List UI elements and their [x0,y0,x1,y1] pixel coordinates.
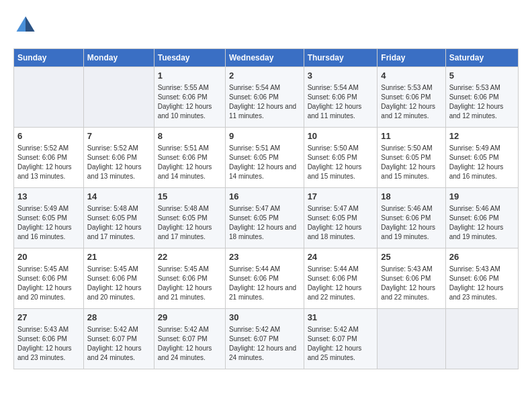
weekday-header-monday: Monday [83,49,154,67]
calendar-cell: 14Sunrise: 5:48 AMSunset: 6:05 PMDayligh… [83,188,154,248]
sunset-line: Sunset: 6:07 PM [158,334,222,344]
sunset-line: Sunset: 6:07 PM [229,334,300,344]
daylight-line: Daylight: 12 hours and 18 minutes. [229,223,300,242]
calendar-cell: 30Sunrise: 5:42 AMSunset: 6:07 PMDayligh… [225,309,304,369]
logo-icon [13,13,38,38]
calendar-cell: 23Sunrise: 5:44 AMSunset: 6:06 PMDayligh… [225,248,304,309]
sunrise-line: Sunrise: 5:47 AM [229,204,300,214]
calendar-cell: 19Sunrise: 5:46 AMSunset: 6:06 PMDayligh… [445,188,518,248]
sunrise-line: Sunrise: 5:42 AM [229,325,300,334]
sunset-line: Sunset: 6:06 PM [17,334,80,344]
calendar-table: SundayMondayTuesdayWednesdayThursdayFrid… [13,48,519,369]
day-number: 20 [17,251,80,263]
day-number: 24 [308,251,374,263]
daylight-line: Daylight: 12 hours and 19 minutes. [381,223,441,242]
calendar-cell: 4Sunrise: 5:53 AMSunset: 6:06 PMDaylight… [378,67,445,128]
sunrise-line: Sunrise: 5:42 AM [158,325,222,334]
day-number: 11 [381,130,441,142]
calendar-cell: 13Sunrise: 5:49 AMSunset: 6:05 PMDayligh… [14,188,84,248]
day-number: 10 [308,130,374,142]
day-number: 28 [87,312,150,324]
calendar-cell: 2Sunrise: 5:54 AMSunset: 6:06 PMDaylight… [225,67,304,128]
day-number: 22 [158,251,222,263]
sunrise-line: Sunrise: 5:49 AM [449,144,515,153]
sunrise-line: Sunrise: 5:45 AM [17,265,80,274]
day-number: 13 [17,191,80,203]
sunset-line: Sunset: 6:07 PM [308,334,374,344]
sunrise-line: Sunrise: 5:52 AM [17,144,80,153]
day-number: 17 [308,191,374,203]
calendar-cell: 20Sunrise: 5:45 AMSunset: 6:06 PMDayligh… [14,248,84,309]
weekday-header-thursday: Thursday [304,49,378,67]
daylight-line: Daylight: 12 hours and 17 minutes. [87,223,150,242]
week-row-2: 6Sunrise: 5:52 AMSunset: 6:06 PMDaylight… [14,128,519,188]
sunrise-line: Sunrise: 5:51 AM [229,144,300,153]
calendar-cell: 5Sunrise: 5:53 AMSunset: 6:06 PMDaylight… [445,67,518,128]
daylight-line: Daylight: 12 hours and 20 minutes. [87,283,150,302]
page-header [13,13,519,38]
day-number: 29 [158,312,222,324]
calendar-cell [14,67,84,128]
sunrise-line: Sunrise: 5:52 AM [87,144,150,153]
calendar-cell: 8Sunrise: 5:51 AMSunset: 6:06 PMDaylight… [154,128,225,188]
calendar-cell: 29Sunrise: 5:42 AMSunset: 6:07 PMDayligh… [154,309,225,369]
day-number: 14 [87,191,150,203]
day-number: 18 [381,191,441,203]
week-row-1: 1Sunrise: 5:55 AMSunset: 6:06 PMDaylight… [14,67,519,128]
calendar-cell: 17Sunrise: 5:47 AMSunset: 6:05 PMDayligh… [304,188,378,248]
week-row-4: 20Sunrise: 5:45 AMSunset: 6:06 PMDayligh… [14,248,519,309]
sunset-line: Sunset: 6:06 PM [158,274,222,283]
sunrise-line: Sunrise: 5:43 AM [381,265,441,274]
day-number: 19 [449,191,515,203]
sunset-line: Sunset: 6:06 PM [381,214,441,223]
day-number: 7 [87,130,150,142]
daylight-line: Daylight: 12 hours and 18 minutes. [308,223,374,242]
sunset-line: Sunset: 6:06 PM [17,153,80,163]
sunset-line: Sunset: 6:06 PM [449,93,515,102]
calendar-cell [83,67,154,128]
sunrise-line: Sunrise: 5:43 AM [17,325,80,334]
calendar-cell: 3Sunrise: 5:54 AMSunset: 6:06 PMDaylight… [304,67,378,128]
daylight-line: Daylight: 12 hours and 23 minutes. [449,283,515,302]
sunset-line: Sunset: 6:05 PM [308,153,374,163]
day-number: 6 [17,130,80,142]
sunrise-line: Sunrise: 5:50 AM [381,144,441,153]
week-row-3: 13Sunrise: 5:49 AMSunset: 6:05 PMDayligh… [14,188,519,248]
sunset-line: Sunset: 6:06 PM [158,153,222,163]
daylight-line: Daylight: 12 hours and 11 minutes. [308,102,374,121]
daylight-line: Daylight: 12 hours and 24 minutes. [87,344,150,363]
day-number: 21 [87,251,150,263]
daylight-line: Daylight: 12 hours and 15 minutes. [381,163,441,181]
daylight-line: Daylight: 12 hours and 25 minutes. [308,344,374,363]
calendar-cell: 31Sunrise: 5:42 AMSunset: 6:07 PMDayligh… [304,309,378,369]
sunrise-line: Sunrise: 5:46 AM [381,204,441,214]
day-number: 4 [381,70,441,82]
sunset-line: Sunset: 6:06 PM [449,214,515,223]
sunrise-line: Sunrise: 5:43 AM [449,265,515,274]
calendar-cell: 21Sunrise: 5:45 AMSunset: 6:06 PMDayligh… [83,248,154,309]
calendar-cell: 26Sunrise: 5:43 AMSunset: 6:06 PMDayligh… [445,248,518,309]
calendar-cell: 22Sunrise: 5:45 AMSunset: 6:06 PMDayligh… [154,248,225,309]
weekday-header-friday: Friday [378,49,445,67]
daylight-line: Daylight: 12 hours and 11 minutes. [229,102,300,121]
calendar-cell [378,309,445,369]
sunrise-line: Sunrise: 5:50 AM [308,144,374,153]
calendar-cell: 18Sunrise: 5:46 AMSunset: 6:06 PMDayligh… [378,188,445,248]
day-number: 12 [449,130,515,142]
daylight-line: Daylight: 12 hours and 21 minutes. [229,283,300,302]
sunrise-line: Sunrise: 5:49 AM [17,204,80,214]
daylight-line: Daylight: 12 hours and 21 minutes. [158,283,222,302]
calendar-cell: 27Sunrise: 5:43 AMSunset: 6:06 PMDayligh… [14,309,84,369]
sunset-line: Sunset: 6:05 PM [308,214,374,223]
daylight-line: Daylight: 12 hours and 23 minutes. [17,344,80,363]
daylight-line: Daylight: 12 hours and 19 minutes. [449,223,515,242]
sunset-line: Sunset: 6:05 PM [17,214,80,223]
daylight-line: Daylight: 12 hours and 24 minutes. [229,344,300,363]
daylight-line: Daylight: 12 hours and 22 minutes. [308,283,374,302]
sunrise-line: Sunrise: 5:54 AM [229,83,300,93]
daylight-line: Daylight: 12 hours and 13 minutes. [87,163,150,181]
day-number: 9 [229,130,300,142]
daylight-line: Daylight: 12 hours and 14 minutes. [229,163,300,181]
day-number: 8 [158,130,222,142]
daylight-line: Daylight: 12 hours and 20 minutes. [17,283,80,302]
